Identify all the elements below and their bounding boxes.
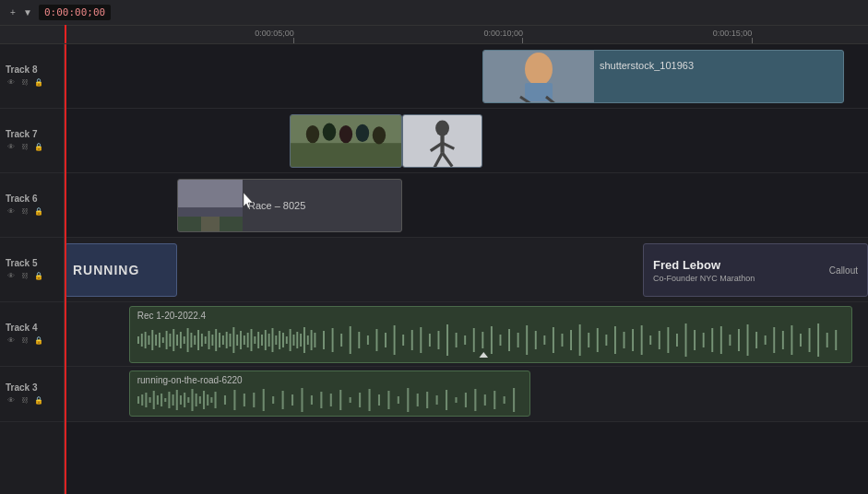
svg-rect-168 <box>349 397 351 403</box>
svg-rect-89 <box>455 333 457 347</box>
svg-rect-94 <box>499 335 501 346</box>
svg-rect-111 <box>649 335 651 345</box>
lock-icon[interactable]: 🔒 <box>33 335 44 346</box>
svg-rect-145 <box>180 395 182 405</box>
link-icon[interactable]: ⛓ <box>19 394 30 406</box>
svg-rect-86 <box>429 334 431 347</box>
track-6-name: Track 6 <box>6 194 60 204</box>
link-icon[interactable]: ⛓ <box>19 270 30 281</box>
eye-icon[interactable]: 👁 <box>6 335 17 346</box>
track-label-6: Track 6 👁 ⛓ 🔒 <box>0 173 64 238</box>
track-8-clip-label: shutterstock_101963 <box>600 60 694 71</box>
track-5-title-text: RUNNING <box>73 263 139 277</box>
svg-rect-148 <box>191 389 193 411</box>
link-icon[interactable]: ⛓ <box>19 76 30 88</box>
svg-rect-97 <box>526 325 528 355</box>
lock-icon[interactable]: 🔒 <box>33 394 44 406</box>
svg-point-13 <box>435 121 449 136</box>
svg-rect-66 <box>289 329 291 351</box>
svg-rect-99 <box>543 335 545 345</box>
eye-icon[interactable]: 👁 <box>6 76 17 88</box>
svg-rect-101 <box>561 334 563 347</box>
svg-rect-51 <box>236 335 238 346</box>
track-6-row: Race – 8025 <box>65 173 868 238</box>
track-4-audio-clip[interactable]: Rec 1-20-2022.4 <box>129 306 852 363</box>
svg-rect-153 <box>210 397 212 403</box>
svg-rect-155 <box>224 395 226 405</box>
svg-rect-62 <box>275 335 277 345</box>
add-icon[interactable]: + <box>6 6 20 20</box>
eye-icon[interactable]: 👁 <box>6 394 17 406</box>
ruler-tick-5: 0:00:05;00 <box>293 38 294 43</box>
lock-icon[interactable]: 🔒 <box>33 206 44 217</box>
svg-rect-25 <box>144 332 146 348</box>
svg-rect-151 <box>203 391 205 409</box>
lock-icon[interactable]: 🔒 <box>33 76 44 88</box>
lower-third-subtitle: Co-Founder NYC Marathon <box>653 274 755 283</box>
svg-rect-127 <box>791 325 792 355</box>
eye-icon[interactable]: 👁 <box>6 141 17 152</box>
svg-rect-33 <box>172 329 174 351</box>
svg-rect-118 <box>711 328 713 352</box>
svg-rect-24 <box>141 334 143 347</box>
svg-rect-115 <box>684 323 686 357</box>
svg-rect-167 <box>339 390 341 410</box>
svg-rect-108 <box>623 332 624 348</box>
svg-rect-27 <box>151 330 153 350</box>
svg-rect-47 <box>222 335 224 345</box>
svg-rect-69 <box>300 334 302 347</box>
link-icon[interactable]: ⛓ <box>19 141 30 152</box>
svg-rect-75 <box>331 328 333 352</box>
svg-rect-165 <box>320 392 322 408</box>
svg-rect-55 <box>250 329 252 351</box>
track-7-clip-b[interactable] <box>402 114 482 168</box>
track-5-title-clip[interactable]: RUNNING <box>65 243 177 297</box>
track-7-clip-a[interactable] <box>290 114 402 168</box>
link-icon[interactable]: ⛓ <box>19 206 30 217</box>
svg-rect-169 <box>359 393 361 407</box>
svg-rect-85 <box>420 327 422 353</box>
svg-rect-123 <box>755 332 757 348</box>
svg-rect-84 <box>410 330 412 350</box>
lock-icon[interactable]: 🔒 <box>33 141 44 152</box>
svg-rect-79 <box>367 335 369 345</box>
track-4-name: Track 4 <box>6 323 60 333</box>
svg-rect-162 <box>291 394 293 406</box>
svg-point-11 <box>373 126 386 144</box>
link-icon[interactable]: ⛓ <box>19 335 30 346</box>
svg-rect-54 <box>246 333 248 347</box>
eye-icon[interactable]: 👁 <box>6 206 17 217</box>
track-7-row <box>65 109 868 173</box>
track-5-lower-clip[interactable]: Fred Lebow Co-Founder NYC Marathon Callo… <box>643 243 868 297</box>
track-3-audio-clip[interactable]: running-on-the-road-6220 <box>129 370 531 417</box>
track-4-audio-label: Rec 1-20-2022.4 <box>137 311 844 321</box>
svg-rect-158 <box>253 393 255 407</box>
chevron-down-icon[interactable]: ▼ <box>20 6 35 20</box>
svg-rect-128 <box>800 334 802 347</box>
svg-point-1 <box>525 53 553 86</box>
lower-third-name: Fred Lebow <box>653 258 755 272</box>
svg-rect-87 <box>437 331 439 349</box>
svg-rect-161 <box>281 391 283 409</box>
svg-rect-119 <box>720 326 722 354</box>
svg-rect-100 <box>553 327 554 353</box>
svg-rect-41 <box>201 334 203 347</box>
svg-rect-107 <box>614 326 616 354</box>
svg-rect-65 <box>286 336 288 344</box>
track-8-clip[interactable]: shutterstock_101963 <box>482 50 844 103</box>
lock-icon[interactable]: 🔒 <box>33 270 44 281</box>
svg-rect-57 <box>257 332 259 348</box>
track-3-icons: 👁 ⛓ 🔒 <box>6 394 60 406</box>
timeline-container: + ▼ 0:00:00;00 0:00:00;00 0:00:05;00 0:0… <box>0 0 868 494</box>
track-8-icons: 👁 ⛓ 🔒 <box>6 76 60 88</box>
svg-rect-56 <box>254 336 256 344</box>
track-6-clip[interactable]: Race – 8025 <box>177 179 402 232</box>
svg-rect-58 <box>261 335 263 346</box>
track-3-audio-label: running-on-the-road-6220 <box>137 375 523 385</box>
svg-rect-46 <box>219 333 220 347</box>
track-label-7: Track 7 👁 ⛓ 🔒 <box>0 109 64 173</box>
svg-point-7 <box>306 125 319 143</box>
eye-icon[interactable]: 👁 <box>6 270 17 281</box>
svg-rect-23 <box>137 336 139 344</box>
svg-point-8 <box>323 124 336 141</box>
